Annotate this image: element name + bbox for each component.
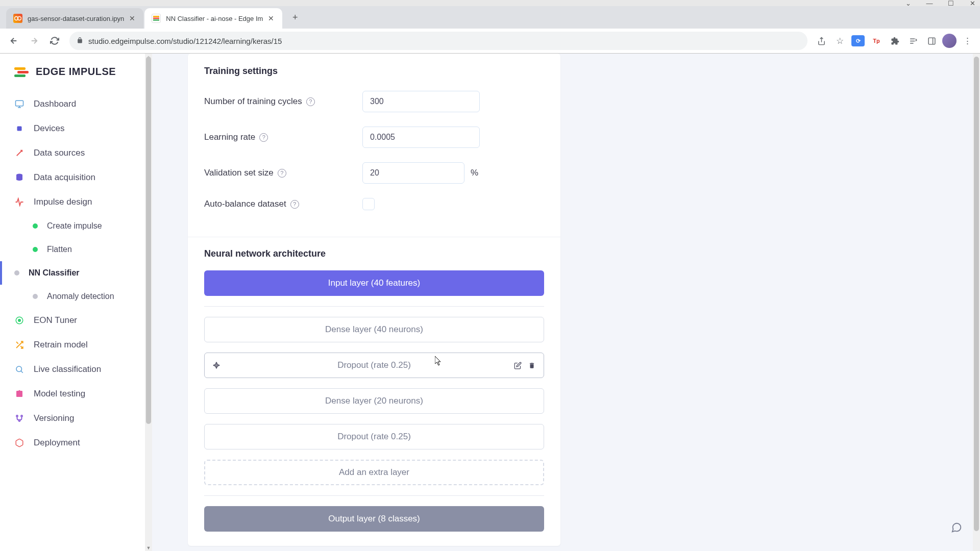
sidebar-item-label: Versioning: [34, 413, 74, 423]
new-tab-button[interactable]: +: [286, 9, 304, 26]
sidebar-item-label: NN Classifier: [29, 268, 80, 278]
bookmark-star-icon[interactable]: ☆: [832, 33, 847, 48]
sidebar-item-label: Data sources: [34, 148, 85, 158]
svg-rect-8: [14, 74, 26, 77]
window-maximize-icon[interactable]: ☐: [947, 0, 954, 7]
extensions-puzzle-icon[interactable]: [887, 33, 902, 48]
training-cycles-input[interactable]: [362, 91, 480, 112]
logo-text: EDGE IMPULSE: [36, 66, 116, 78]
sidebar-item-versioning[interactable]: Versioning: [0, 406, 145, 431]
window-minimize-icon[interactable]: —: [926, 0, 933, 7]
tab-title: gas-sensor-dataset-curation.ipyn: [28, 15, 124, 22]
help-icon[interactable]: ?: [290, 200, 299, 209]
chip-icon: [14, 123, 24, 134]
tab-close-icon[interactable]: ✕: [267, 14, 275, 22]
main-content: Training settings Number of training cyc…: [152, 54, 980, 551]
window-close-icon[interactable]: ✕: [969, 0, 976, 7]
sidebar-item-dashboard[interactable]: Dashboard: [0, 92, 145, 116]
output-layer[interactable]: Output layer (8 classes): [204, 506, 544, 532]
sidebar-item-anomaly-detection[interactable]: Anomaly detection: [0, 285, 145, 308]
browser-tab-1[interactable]: NN Classifier - ai-nose - Edge Im ✕: [144, 8, 282, 29]
sidebar-item-create-impulse[interactable]: Create impulse: [0, 214, 145, 238]
main-scrollbar[interactable]: [973, 54, 980, 551]
sidebar-item-eon-tuner[interactable]: EON Tuner: [0, 308, 145, 333]
sidebar-item-label: Dashboard: [34, 99, 76, 109]
extension-tp-icon[interactable]: Tp: [869, 33, 884, 48]
status-dot-icon: [33, 223, 38, 229]
branch-icon: [14, 413, 24, 423]
sidebar-item-label: Model testing: [34, 389, 85, 399]
learning-rate-label: Learning rate ?: [204, 132, 362, 142]
validation-set-input[interactable]: [362, 162, 464, 184]
app-root: EDGE IMPULSE Dashboard Devices Data sour…: [0, 54, 980, 551]
database-icon: [14, 172, 24, 183]
address-bar[interactable]: studio.edgeimpulse.com/studio/121242/lea…: [69, 32, 807, 50]
dropout-layer-0[interactable]: Dropout (rate 0.25): [204, 353, 544, 378]
dense-layer-1[interactable]: Dense layer (20 neurons): [204, 388, 544, 414]
scroll-down-icon[interactable]: ▼: [145, 544, 152, 551]
learning-rate-row: Learning rate ?: [204, 127, 544, 148]
svg-rect-2: [153, 16, 159, 17]
svg-rect-9: [16, 101, 23, 106]
sidebar-item-devices[interactable]: Devices: [0, 116, 145, 141]
sidebar-item-label: Impulse design: [34, 197, 92, 207]
dense-layer-0[interactable]: Dense layer (40 neurons): [204, 317, 544, 342]
scroll-thumb[interactable]: [146, 57, 151, 424]
reading-list-icon[interactable]: [905, 33, 921, 48]
chat-help-button[interactable]: [949, 520, 964, 535]
architecture-section: Neural network architecture Input layer …: [188, 237, 560, 546]
sidebar: EDGE IMPULSE Dashboard Devices Data sour…: [0, 54, 145, 551]
share-icon[interactable]: [814, 33, 829, 48]
help-icon[interactable]: ?: [278, 169, 286, 178]
back-button[interactable]: [5, 32, 22, 49]
training-card: Training settings Number of training cyc…: [188, 54, 560, 546]
svg-rect-6: [14, 67, 26, 70]
tab-close-icon[interactable]: ✕: [128, 14, 136, 22]
input-layer[interactable]: Input layer (40 features): [204, 270, 544, 296]
edit-layer-icon[interactable]: [512, 360, 523, 371]
reload-button[interactable]: [46, 32, 63, 49]
shuffle-icon: [14, 340, 24, 350]
sidebar-scrollbar[interactable]: ▲ ▼: [145, 54, 152, 551]
learning-rate-input[interactable]: [362, 127, 480, 148]
add-layer-button[interactable]: Add an extra layer: [204, 460, 544, 485]
extension-sync-icon[interactable]: ⟳: [850, 33, 866, 48]
sidebar-item-model-testing[interactable]: Model testing: [0, 382, 145, 406]
chrome-menu-icon[interactable]: ⋮: [960, 33, 975, 48]
sidebar-item-live-classification[interactable]: Live classification: [0, 357, 145, 382]
move-layer-icon[interactable]: [211, 360, 222, 371]
help-icon[interactable]: ?: [306, 97, 315, 106]
side-panel-icon[interactable]: [924, 33, 939, 48]
dropout-layer-1[interactable]: Dropout (rate 0.25): [204, 424, 544, 449]
microscope-icon: [14, 364, 24, 374]
sidebar-item-label: Live classification: [34, 364, 101, 374]
sidebar-item-label: Retrain model: [34, 340, 88, 350]
forward-button[interactable]: [26, 32, 43, 49]
sidebar-item-nn-classifier[interactable]: NN Classifier: [0, 261, 145, 285]
sidebar-item-data-acquisition[interactable]: Data acquisition: [0, 165, 145, 190]
auto-balance-row: Auto-balance dataset ?: [204, 198, 544, 210]
auto-balance-label: Auto-balance dataset ?: [204, 199, 362, 209]
validation-set-label: Validation set size ?: [204, 168, 362, 178]
help-icon[interactable]: ?: [259, 133, 268, 142]
sidebar-item-retrain-model[interactable]: Retrain model: [0, 333, 145, 357]
sidebar-item-deployment[interactable]: Deployment: [0, 431, 145, 455]
pulse-icon: [14, 197, 24, 207]
tab-bar: gas-sensor-dataset-curation.ipyn ✕ NN Cl…: [0, 6, 980, 29]
delete-layer-icon[interactable]: [526, 360, 537, 371]
sidebar-item-flatten[interactable]: Flatten: [0, 238, 145, 261]
training-cycles-row: Number of training cycles ?: [204, 91, 544, 112]
auto-balance-checkbox[interactable]: [362, 198, 375, 210]
logo[interactable]: EDGE IMPULSE: [0, 66, 145, 92]
colab-favicon-icon: [13, 14, 22, 23]
architecture-heading: Neural network architecture: [204, 248, 544, 259]
lock-icon: [77, 37, 83, 45]
scroll-thumb[interactable]: [974, 57, 979, 531]
sidebar-item-impulse-design[interactable]: Impulse design: [0, 190, 145, 214]
sidebar-item-data-sources[interactable]: Data sources: [0, 141, 145, 165]
tab-title: NN Classifier - ai-nose - Edge Im: [166, 15, 263, 22]
profile-avatar[interactable]: [942, 34, 957, 48]
monitor-icon: [14, 99, 24, 109]
browser-tab-0[interactable]: gas-sensor-dataset-curation.ipyn ✕: [6, 8, 143, 29]
window-chevron-icon[interactable]: ⌄: [904, 0, 912, 7]
